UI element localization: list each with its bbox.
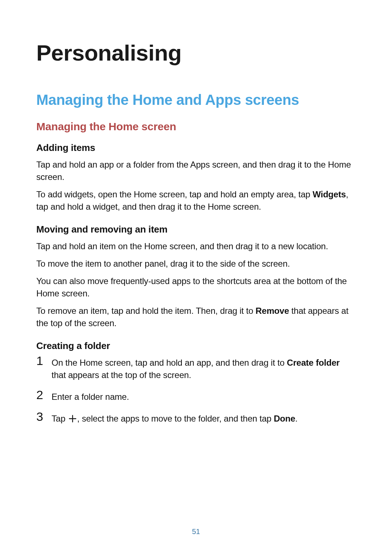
paragraph: You can also move frequently-used apps t…: [36, 275, 356, 300]
paragraph: Tap and hold an item on the Home screen,…: [36, 240, 356, 253]
block-adding-items: Adding items Tap and hold an app or a fo…: [36, 142, 356, 213]
heading-creating-folder: Creating a folder: [36, 340, 356, 352]
paragraph: Tap and hold an app or a folder from the…: [36, 159, 356, 183]
text: Tap: [52, 414, 68, 423]
text: that appears at the top of the screen.: [52, 370, 191, 380]
text: Enter a folder name.: [52, 392, 129, 402]
subsection-title: Managing the Home screen: [36, 120, 356, 133]
heading-adding-items: Adding items: [36, 142, 356, 153]
document-page: Personalising Managing the Home and Apps…: [0, 0, 392, 554]
chapter-title: Personalising: [36, 40, 356, 66]
block-creating-folder: Creating a folder 1 On the Home screen, …: [36, 340, 356, 425]
plus-icon: [69, 415, 77, 423]
block-moving-removing: Moving and removing an item Tap and hold…: [36, 224, 356, 329]
paragraph: To move the item to another panel, drag …: [36, 258, 356, 270]
step-number: 1: [36, 354, 43, 367]
list-item: 2 Enter a folder name.: [36, 391, 356, 403]
bold-text: Done: [274, 414, 295, 423]
text: To remove an item, tap and hold the item…: [36, 306, 256, 316]
bold-text: Remove: [256, 306, 289, 316]
text: To add widgets, open the Home screen, ta…: [36, 189, 313, 199]
paragraph: To remove an item, tap and hold the item…: [36, 305, 356, 329]
list-item: 1 On the Home screen, tap and hold an ap…: [36, 357, 356, 381]
step-number: 3: [36, 410, 43, 423]
section-title: Managing the Home and Apps screens: [36, 92, 356, 108]
bold-text: Create folder: [287, 358, 339, 368]
list-item: 3 Tap , select the apps to move to the f…: [36, 413, 356, 425]
paragraph: To add widgets, open the Home screen, ta…: [36, 188, 356, 213]
ordered-steps: 1 On the Home screen, tap and hold an ap…: [36, 357, 356, 425]
step-number: 2: [36, 389, 43, 401]
page-number: 51: [0, 528, 392, 536]
text: On the Home screen, tap and hold an app,…: [52, 358, 287, 368]
text: .: [295, 414, 297, 423]
text: , select the apps to move to the folder,…: [77, 414, 274, 423]
heading-moving-removing: Moving and removing an item: [36, 224, 356, 235]
bold-text: Widgets: [313, 189, 346, 199]
